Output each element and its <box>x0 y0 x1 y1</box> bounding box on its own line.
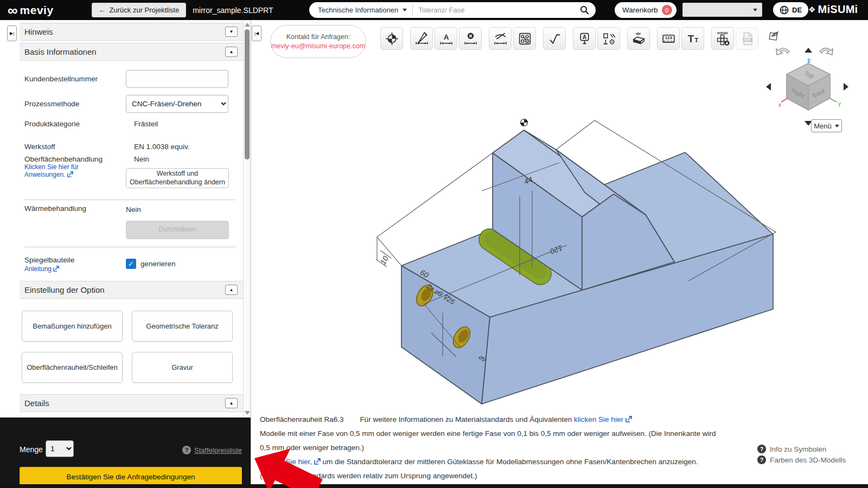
chevron-down-icon <box>835 125 839 127</box>
view-cube[interactable]: Top Right Back <box>787 63 830 110</box>
oberflaechenrauheit-button[interactable]: Oberflächenrauheit/Schleifen <box>22 352 123 383</box>
svg-text:DXF: DXF <box>744 38 751 41</box>
cart-button[interactable]: Warenkorb 0 <box>615 2 676 18</box>
note-line-3: Klicken Sie hier, um die Standardtoleran… <box>260 455 720 469</box>
external-link-icon <box>67 171 73 177</box>
scrollbar-thumb[interactable] <box>245 29 250 159</box>
surface-check-button[interactable] <box>543 27 566 50</box>
dimension-delete-button[interactable] <box>459 27 482 50</box>
origin-point-button[interactable] <box>380 27 403 50</box>
label-produktkategorie: Produktkategorie <box>24 120 80 128</box>
datum-button[interactable]: A <box>573 27 596 50</box>
label-werkstoff: Werkstoff <box>24 143 55 151</box>
scroll-up-icon[interactable] <box>245 23 250 27</box>
generieren-checkbox[interactable]: ✓ <box>126 259 136 269</box>
meviy-logo-text: meviy <box>20 4 54 17</box>
collapse-icon[interactable]: ▲ <box>225 47 238 57</box>
prozessmethode-select[interactable]: CNC-Fräsen/-Drehen <box>126 95 228 113</box>
section-einstellung-option[interactable]: Einstellung der Option ▲ <box>20 281 243 299</box>
standard-tolerance-link[interactable]: Klicken Sie hier, <box>260 458 321 466</box>
scroll-down-icon[interactable] <box>245 411 250 415</box>
back-to-projects-button[interactable]: ← Zurück zur Projektliste <box>92 3 187 17</box>
cube-right-arrow[interactable] <box>844 83 848 91</box>
note-line-2: Modelle mit einer Fase von 0,5 mm oder w… <box>260 427 720 455</box>
search-icon[interactable] <box>580 5 589 15</box>
svg-text:A: A <box>443 33 449 41</box>
model-colors-link[interactable]: ? Farben des 3D-Modells <box>757 454 846 465</box>
anweisungen-link[interactable]: Klicken Sie hier für Anweisungen. <box>24 163 114 178</box>
dimension-add-button[interactable] <box>410 27 433 50</box>
contact-email[interactable]: meviy-eu@misumi-europe.com <box>271 42 365 50</box>
gravur-button[interactable]: Gravur <box>132 352 233 383</box>
rotate-right-icon[interactable] <box>820 48 833 55</box>
menu-button[interactable]: Menü <box>811 119 842 132</box>
staffelpreisliste-link[interactable]: ? Staffelpreisliste <box>182 446 242 454</box>
durchhaerten-button[interactable]: Durchhärten <box>126 221 229 239</box>
kundenbestellnummer-input[interactable] <box>126 70 228 88</box>
origin-marker <box>521 119 528 126</box>
dimension-text-button[interactable]: A <box>435 27 457 50</box>
z-label: z <box>808 57 811 63</box>
geometric-tolerance-button[interactable] <box>597 27 620 50</box>
svg-text:6VIEWS: 6VIEWS <box>717 31 728 35</box>
expand-icon[interactable]: ▼ <box>225 27 238 37</box>
section-basis-informationen[interactable]: Basis Informationen ▲ <box>20 43 243 61</box>
label-prozessmethode: Prozessmethode <box>24 100 79 108</box>
bottom-bar <box>0 484 868 488</box>
3d-model-canvas[interactable]: 44 120 10 60 2x ⌀9 ∇25 ⌀9 <box>343 96 783 405</box>
menge-select[interactable]: 1 <box>46 440 74 457</box>
viewer-area: Kontakt für Anfragen: meviy-eu@misumi-eu… <box>251 20 868 484</box>
measure-123-icon: 123 <box>661 31 676 46</box>
dimension-hide-button[interactable] <box>489 27 512 50</box>
top-bar: ∞ meviy ← Zurück zur Projektliste mirror… <box>0 0 868 20</box>
globe-icon <box>780 5 789 15</box>
change-material-button[interactable]: Werkstoff und Oberflächenbehandlung ände… <box>126 168 229 188</box>
svg-text:123: 123 <box>665 35 673 40</box>
help-icon: ? <box>757 445 766 453</box>
label-spiegelbauteile: Spiegelbauteile <box>24 256 74 264</box>
meviy-app: ∞ meviy ← Zurück zur Projektliste mirror… <box>0 0 868 488</box>
sidebar-collapse-button[interactable]: ▶| <box>7 25 17 41</box>
search-input[interactable] <box>413 6 580 14</box>
material-standards-link[interactable]: klicken Sie hier <box>574 415 632 423</box>
engraving-icon <box>631 31 646 46</box>
text-size-button[interactable]: T T <box>681 27 704 50</box>
collapse-icon[interactable]: ▲ <box>225 285 238 295</box>
datum-icon: A <box>577 31 592 46</box>
misumi-cube-icon: ❖ <box>808 5 815 15</box>
info-links: ? Info zu Symbolen ? Farben des 3D-Model… <box>757 444 846 465</box>
collapse-icon[interactable]: ▲ <box>225 398 238 408</box>
search-category-dropdown[interactable]: Technische Informationen <box>309 6 412 14</box>
measure-123-button[interactable]: 123 <box>657 27 680 50</box>
panel-collapse-button[interactable]: |◀ <box>252 25 261 41</box>
cube-left-arrow[interactable] <box>766 83 771 91</box>
search-bar: Technische Informationen <box>309 2 596 18</box>
language-switcher[interactable]: DE <box>773 2 808 17</box>
section-hinweis[interactable]: Hinweis ▼ <box>20 23 243 41</box>
y-label: Y <box>838 102 841 108</box>
menge-label: Menge <box>20 445 43 454</box>
engraving-button[interactable] <box>627 27 650 50</box>
bemassungen-button[interactable]: Bemaßungen hinzufügen <box>22 311 123 342</box>
meviy-logo[interactable]: ∞ meviy <box>8 3 54 17</box>
svg-text:T: T <box>687 33 694 44</box>
section-details[interactable]: Details ▲ <box>20 394 243 412</box>
header-dropdown[interactable] <box>682 3 762 17</box>
viewer-toolbar: A <box>380 27 758 50</box>
hole-recognition-button[interactable] <box>513 27 536 50</box>
sidebar-footer: Menge 1 ? Staffelpreisliste Bestätigen S… <box>0 418 251 484</box>
file-name: mirror_sample.SLDPRT <box>193 6 273 15</box>
symbol-info-link[interactable]: ? Info zu Symbolen <box>757 444 846 454</box>
cube-up-arrow[interactable] <box>805 48 812 53</box>
cart-count-badge: 0 <box>662 5 672 15</box>
dxf-export-button[interactable]: DXF <box>736 27 758 50</box>
anleitung-link[interactable]: Anleitung <box>24 265 59 273</box>
external-link-icon <box>53 266 59 272</box>
geometrische-toleranz-button[interactable]: Geometrische Toleranz <box>132 311 233 342</box>
sidebar-scrollbar[interactable] <box>243 20 251 418</box>
arrow-left-icon: ← <box>99 6 106 14</box>
six-views-icon: 6VIEWS <box>714 30 731 47</box>
dimension-delete-icon <box>463 31 478 46</box>
rotate-left-icon[interactable] <box>776 48 789 55</box>
six-views-export-button[interactable]: 6VIEWS <box>711 27 734 50</box>
